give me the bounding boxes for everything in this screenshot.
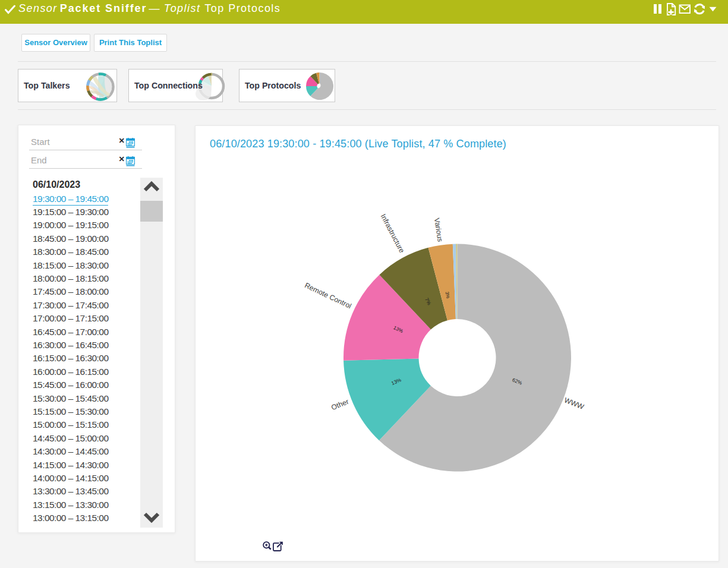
svg-text:WWW: WWW	[563, 396, 585, 411]
svg-text:Infrastructure: Infrastructure	[379, 213, 406, 254]
svg-text:Other: Other	[330, 397, 350, 412]
svg-text:3%: 3%	[445, 291, 451, 299]
svg-text:Various: Various	[433, 217, 445, 242]
svg-text:Remote Control: Remote Control	[303, 281, 352, 310]
